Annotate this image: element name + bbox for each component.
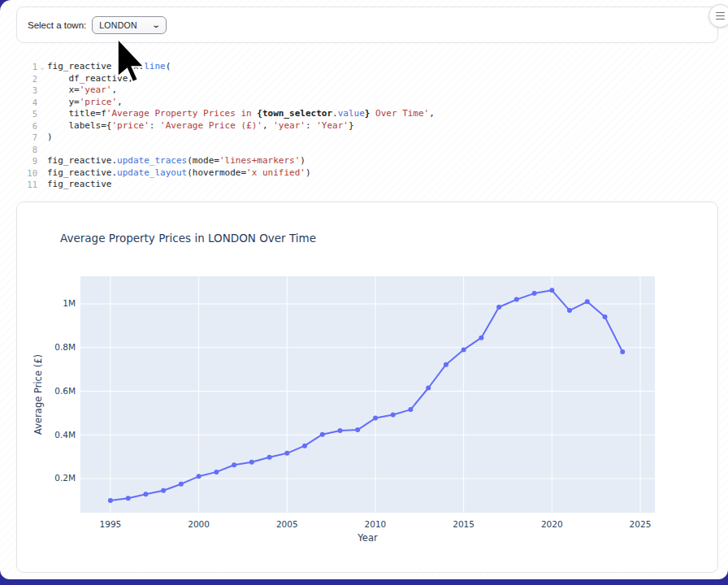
data-point-marker[interactable] xyxy=(479,336,483,340)
line-number: 10 xyxy=(16,167,37,180)
code-editor[interactable]: 1⌄fig_reactive = px.line(2 df_reactive,3… xyxy=(16,61,712,196)
y-tick-label: 0.6M xyxy=(54,386,76,396)
code-line[interactable]: 9fig_reactive.update_traces(mode='lines+… xyxy=(16,155,712,167)
data-point-marker[interactable] xyxy=(496,305,501,310)
line-number: 2 xyxy=(16,73,37,85)
code-line[interactable]: 10fig_reactive.update_layout(hovermode='… xyxy=(16,167,712,180)
data-point-marker[interactable] xyxy=(302,444,307,448)
x-tick-label: 2025 xyxy=(630,519,652,529)
fold-spacer xyxy=(37,155,47,167)
fold-spacer xyxy=(37,179,47,191)
notebook-app-panel: Select a town: LONDON ⌄ 1⌄fig_reactive =… xyxy=(0,0,728,579)
data-point-marker[interactable] xyxy=(426,386,431,391)
line-number: 8 xyxy=(16,144,37,156)
data-point-marker[interactable] xyxy=(338,428,343,433)
data-point-marker[interactable] xyxy=(532,291,537,296)
data-point-marker[interactable] xyxy=(284,451,289,456)
x-tick-label: 2015 xyxy=(453,519,474,529)
data-point-marker[interactable] xyxy=(214,470,219,474)
line-number: 3 xyxy=(16,84,37,97)
town-selector-cell: Select a town: LONDON ⌄ xyxy=(16,6,718,43)
data-point-marker[interactable] xyxy=(232,462,236,467)
x-tick-label: 2010 xyxy=(365,519,387,529)
data-point-marker[interactable] xyxy=(567,308,572,313)
line-number: 11 xyxy=(16,179,37,191)
data-point-marker[interactable] xyxy=(585,299,590,304)
data-point-marker[interactable] xyxy=(126,496,131,500)
chart-output-panel: 19952000200520102015202020250.2M0.4M0.6M… xyxy=(16,202,718,573)
plotly-line-chart[interactable]: 19952000200520102015202020250.2M0.4M0.6M… xyxy=(17,202,718,573)
x-tick-label: 2005 xyxy=(276,519,298,529)
code-line[interactable]: 6 labels={'price': 'Average Price (£)', … xyxy=(16,120,712,132)
code-line-text: df_reactive, xyxy=(47,73,133,85)
code-line[interactable]: 5 title=f'Average Property Prices in {to… xyxy=(16,108,712,120)
x-tick-label: 1995 xyxy=(100,519,122,529)
y-tick-label: 0.8M xyxy=(54,342,76,352)
data-point-marker[interactable] xyxy=(620,349,625,354)
data-point-marker[interactable] xyxy=(179,482,184,487)
fold-spacer xyxy=(37,84,47,97)
line-number: 1 xyxy=(16,61,37,73)
fold-spacer xyxy=(37,73,47,85)
data-point-marker[interactable] xyxy=(267,455,272,460)
code-line-text: x='year', xyxy=(47,84,117,97)
code-line[interactable]: 1⌄fig_reactive = px.line( xyxy=(16,61,712,73)
line-number: 6 xyxy=(16,120,37,132)
fold-chevron-icon[interactable]: ⌄ xyxy=(37,61,47,73)
x-axis-title: Year xyxy=(357,532,378,544)
x-tick-label: 2020 xyxy=(541,519,563,529)
fold-spacer xyxy=(37,167,47,180)
code-line[interactable]: 7) xyxy=(16,132,712,144)
data-point-marker[interactable] xyxy=(391,413,396,418)
data-point-marker[interactable] xyxy=(444,362,448,367)
code-line-text: fig_reactive xyxy=(47,179,111,191)
y-tick-label: 1M xyxy=(63,298,76,308)
code-line-text: labels={'price': 'Average Price (£)', 'y… xyxy=(47,120,354,132)
code-line-text: ) xyxy=(47,132,53,144)
code-line[interactable]: 4 y='price', xyxy=(16,97,712,109)
line-number: 5 xyxy=(16,108,37,120)
hamburger-icon xyxy=(716,12,725,14)
fold-spacer xyxy=(37,144,47,156)
line-number: 7 xyxy=(16,132,37,144)
data-point-marker[interactable] xyxy=(320,432,325,437)
data-point-marker[interactable] xyxy=(355,427,360,432)
town-select-value: LONDON xyxy=(99,20,137,30)
data-point-marker[interactable] xyxy=(161,488,166,493)
code-line-text xyxy=(47,144,53,156)
town-select-label: Select a town: xyxy=(28,20,86,30)
y-axis-title: Average Price (£) xyxy=(32,354,44,435)
fold-spacer xyxy=(37,132,47,144)
x-tick-label: 2000 xyxy=(188,519,210,529)
code-line[interactable]: 8 xyxy=(16,144,712,156)
code-line-text: y='price', xyxy=(47,97,123,109)
data-point-marker[interactable] xyxy=(249,460,254,465)
chevron-down-icon: ⌄ xyxy=(151,20,161,29)
y-tick-label: 0.2M xyxy=(54,473,76,483)
code-line-text: fig_reactive.update_layout(hovermode='x … xyxy=(47,167,311,180)
data-point-marker[interactable] xyxy=(408,407,413,412)
data-point-marker[interactable] xyxy=(514,297,519,302)
data-point-marker[interactable] xyxy=(197,474,202,479)
y-tick-label: 0.4M xyxy=(54,430,76,440)
chart-title: Average Property Prices in LONDON Over T… xyxy=(60,232,316,245)
data-point-marker[interactable] xyxy=(549,288,554,292)
data-point-marker[interactable] xyxy=(603,314,608,319)
code-line-text: title=f'Average Property Prices in {town… xyxy=(47,108,435,120)
line-number: 9 xyxy=(16,155,37,167)
data-point-marker[interactable] xyxy=(143,492,148,496)
code-line[interactable]: 2 df_reactive, xyxy=(16,73,712,85)
app-menu-button[interactable] xyxy=(708,4,728,28)
fold-spacer xyxy=(37,108,47,120)
code-line[interactable]: 3 x='year', xyxy=(16,84,712,97)
code-line-text: fig_reactive.update_traces(mode='lines+m… xyxy=(47,155,306,167)
fold-spacer xyxy=(37,97,47,109)
code-line[interactable]: 11fig_reactive xyxy=(16,179,712,191)
data-point-marker[interactable] xyxy=(373,416,378,421)
town-select[interactable]: LONDON ⌄ xyxy=(92,16,167,34)
data-point-marker[interactable] xyxy=(108,498,113,503)
code-line-text: fig_reactive = px.line( xyxy=(47,61,171,73)
fold-spacer xyxy=(37,120,47,132)
line-number: 4 xyxy=(16,97,37,109)
data-point-marker[interactable] xyxy=(462,347,466,352)
